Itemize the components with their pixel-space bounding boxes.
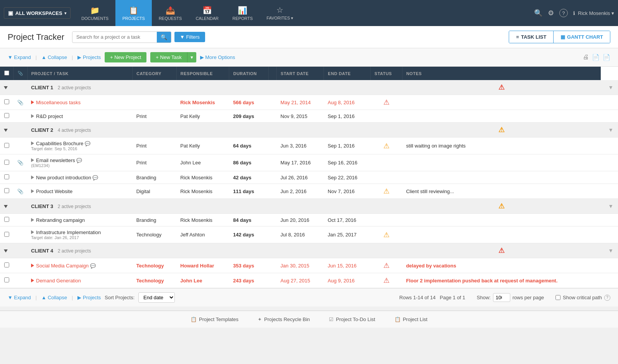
row-checkbox[interactable] <box>4 217 9 222</box>
new-project-button[interactable]: + New Project <box>105 52 146 62</box>
status-cell: ⚠ <box>370 258 402 273</box>
new-task-split-button[interactable]: ▾ <box>187 52 196 62</box>
critical-path-checkbox[interactable] <box>556 295 560 300</box>
client-attach-cell <box>13 123 27 138</box>
project-name-cell: Email newsletters 💬 (EM1234) <box>27 154 133 171</box>
client-name-cell: CLIENT 2 4 active projects <box>27 123 402 138</box>
end-date-cell: Aug 8, 2016 <box>324 95 370 110</box>
row-attach-cell: 📎 <box>13 95 27 110</box>
project-name[interactable]: Product Website <box>31 189 72 194</box>
end-date-cell: Nov 7, 2016 <box>324 184 370 199</box>
client-toggle-icon[interactable] <box>4 249 8 253</box>
project-name[interactable]: R&D project <box>31 113 63 119</box>
client-toggle-icon[interactable] <box>4 86 8 89</box>
search-input[interactable] <box>72 32 157 42</box>
notes-cell <box>402 95 601 110</box>
search-button[interactable]: 🔍 <box>157 32 171 43</box>
row-checkbox[interactable] <box>4 262 9 267</box>
project-name[interactable]: Demand Generation <box>31 278 81 284</box>
client-attach-cell <box>13 199 27 214</box>
nav-item-projects[interactable]: 📋 PROJECTS <box>115 0 152 26</box>
help-icon-btn[interactable]: ? <box>559 9 568 17</box>
settings-icon-btn[interactable]: ⚙ <box>548 9 554 17</box>
client-filter-cell: ▼ <box>601 80 618 95</box>
new-task-button[interactable]: + New Task <box>150 52 187 62</box>
row-attach-cell: 📎 <box>13 184 27 199</box>
filters-button[interactable]: ▼ Filters <box>174 32 205 42</box>
end-date-cell: Oct 17, 2016 <box>324 214 370 226</box>
more-options-link[interactable]: ▶ More Options <box>200 54 235 60</box>
client-status-cell: ⚠ <box>402 123 601 138</box>
project-name[interactable]: New product introduction 💬 <box>31 175 98 180</box>
row-checkbox-cell <box>0 273 13 288</box>
projects-link[interactable]: ▶ Projects <box>77 54 101 60</box>
expand-link[interactable]: ▼ Expand <box>8 54 31 60</box>
sort-label: Sort Projects: <box>105 295 135 300</box>
row-checkbox-cell <box>0 110 13 123</box>
responsible-cell: Howard Hollar <box>176 258 229 273</box>
start-date-cell: May 17, 2016 <box>277 154 324 171</box>
project-name[interactable]: Rebranding campaign <box>31 217 85 223</box>
client-toggle-icon[interactable] <box>4 129 8 132</box>
project-name[interactable]: Infrastructure Implementation <box>31 230 101 235</box>
status-cell <box>370 154 402 171</box>
row-attach-cell <box>13 273 27 288</box>
search-icon-btn[interactable]: 🔍 <box>534 9 542 17</box>
row-attach-cell <box>13 226 27 243</box>
row-checkbox[interactable] <box>4 160 9 165</box>
workspace-selector[interactable]: ▣ ALL WORKSPACES ▾ <box>4 7 71 19</box>
nav-item-calendar[interactable]: 📅 CALENDAR <box>189 0 225 26</box>
sort-select[interactable]: End date Start date Duration Status <box>138 292 175 303</box>
tab-gantt[interactable]: ▦ GANTT CHART <box>554 31 610 43</box>
end-date-cell: Sep 1, 2016 <box>324 110 370 123</box>
export-icon-2[interactable]: 📄 <box>592 54 600 61</box>
bottom-nav-recycle[interactable]: ✦ Projects Recycle Bin <box>258 316 310 322</box>
rows-per-page-input[interactable] <box>493 293 510 302</box>
gantt-icon: ▦ <box>560 34 565 40</box>
row-attach-cell <box>13 138 27 154</box>
table-row: R&D project Print Pat Kelly 209 days Nov… <box>0 110 618 123</box>
project-name[interactable]: Capabilities Brochure 💬 <box>31 141 90 146</box>
row-checkbox[interactable] <box>4 188 9 193</box>
export-icon-1[interactable]: 🖨 <box>583 54 589 61</box>
notes-cell: delayed by vacations <box>402 258 601 273</box>
footer-projects[interactable]: ▶ Projects <box>77 295 101 300</box>
info-icon: ℹ <box>573 10 575 16</box>
tab-tasklist[interactable]: ≡ TASK LIST <box>509 31 554 43</box>
project-name[interactable]: Email newsletters 💬 <box>31 157 82 163</box>
start-date-cell: Jul 8, 2016 <box>277 226 324 243</box>
nav-item-reports[interactable]: 📊 REPORTS <box>225 0 260 26</box>
new-project-group: + New Project <box>105 52 146 62</box>
attach-icon: 📎 <box>17 160 23 166</box>
bottom-nav-templates[interactable]: 📋 Project Templates <box>191 316 238 322</box>
row-checkbox[interactable] <box>4 232 9 237</box>
table-row: 📎 Email newsletters 💬 (EM1234) Print Joh… <box>0 154 618 171</box>
select-all-checkbox[interactable] <box>4 71 9 75</box>
row-checkbox[interactable] <box>4 143 9 148</box>
nav-item-requests[interactable]: 📤 REQUESTS <box>152 0 189 26</box>
row-checkbox[interactable] <box>4 277 9 282</box>
export-icon-3[interactable]: 📄 <box>603 54 610 61</box>
responsible-cell: Jeff Ashton <box>176 226 229 243</box>
duration-cell: 42 days <box>229 171 269 184</box>
user-menu[interactable]: ℹ Rick Mosenkis ▾ <box>573 10 614 16</box>
category-cell: Print <box>133 138 177 154</box>
footer-expand[interactable]: ▼ Expand <box>8 295 31 300</box>
responsible-cell: John Lee <box>176 273 229 288</box>
responsible-cell: Pat Kelly <box>176 138 229 154</box>
nav-item-documents[interactable]: 📁 DOCUMENTS <box>74 0 115 26</box>
nav-item-favorites[interactable]: ☆ FAVORITES ▾ <box>260 0 300 26</box>
client-toggle-icon[interactable] <box>4 205 8 208</box>
project-name[interactable]: Social Media Campaign 💬 <box>31 263 96 269</box>
collapse-link[interactable]: ▲ Collapse <box>41 54 67 60</box>
row-checkbox[interactable] <box>4 113 9 118</box>
row-checkbox[interactable] <box>4 99 9 104</box>
bottom-nav-todo[interactable]: ☑ Project To-Do List <box>329 316 375 322</box>
notes-cell: Client still reviewing... <box>402 184 601 199</box>
project-name[interactable]: Miscellaneous tasks <box>31 100 81 105</box>
expand-triangle-icon <box>31 189 34 193</box>
footer-collapse[interactable]: ▲ Collapse <box>41 295 67 300</box>
bottom-nav-list[interactable]: 📋 Project List <box>394 316 427 322</box>
row-checkbox[interactable] <box>4 174 9 179</box>
templates-icon: 📋 <box>191 316 197 322</box>
